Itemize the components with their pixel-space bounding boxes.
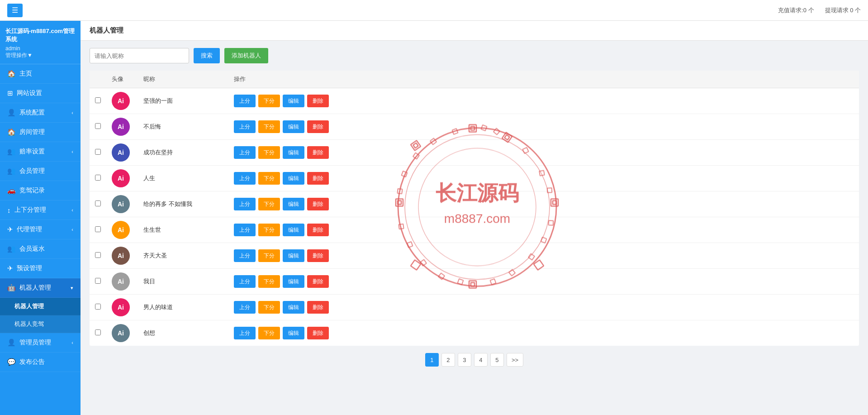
arrow-icon: ‹ [71, 110, 73, 115]
up-score-button[interactable]: 上分 [234, 224, 256, 236]
race-icon: 🚗 [7, 186, 16, 195]
delete-button[interactable]: 删除 [307, 327, 329, 339]
sidebar-item-rate-settings[interactable]: 👥 赔率设置 ‹ [0, 142, 81, 162]
down-score-button[interactable]: 下分 [258, 146, 280, 159]
up-score-button[interactable]: 上分 [234, 120, 256, 133]
up-score-button[interactable]: 上分 [234, 327, 256, 339]
manage-ops-link[interactable]: 管理操作▼ [5, 52, 75, 59]
page-btn-4[interactable]: 4 [474, 353, 488, 367]
row-checkbox[interactable] [95, 304, 101, 310]
menu-toggle-button[interactable]: ☰ [7, 4, 23, 17]
sidebar-item-home[interactable]: 🏠 主页 [0, 64, 81, 84]
delete-button[interactable]: 删除 [307, 95, 329, 107]
down-score-button[interactable]: 下分 [258, 172, 280, 185]
add-robot-button[interactable]: 添加机器人 [224, 48, 268, 63]
table-row: Ai齐天大圣上分下分编辑删除 [90, 243, 859, 269]
down-score-button[interactable]: 下分 [258, 249, 280, 262]
down-score-button[interactable]: 下分 [258, 301, 280, 314]
sidebar-sub-item-robot-race[interactable]: 机器人竞驾 [0, 315, 81, 333]
sidebar-item-label: 机器人管理 [19, 284, 51, 292]
home-icon: 🏠 [7, 70, 16, 78]
delete-button[interactable]: 删除 [307, 224, 329, 236]
page-btn-2[interactable]: 2 [441, 353, 455, 367]
sidebar-item-preset-manage[interactable]: ✈ 预设管理 [0, 259, 81, 278]
robot-name: 成功在坚持 [138, 140, 228, 166]
edit-button[interactable]: 编辑 [283, 172, 304, 185]
row-checkbox[interactable] [95, 278, 101, 284]
robot-name: 坚强的一面 [138, 88, 228, 114]
sidebar-item-label: 会员返水 [19, 245, 45, 253]
search-button[interactable]: 搜索 [194, 48, 220, 63]
up-score-button[interactable]: 上分 [234, 146, 256, 159]
agent-icon: ✈ [7, 225, 13, 234]
sidebar-item-system-config[interactable]: 👤 系统配置 ‹ [0, 103, 81, 123]
row-checkbox[interactable] [95, 200, 101, 206]
sidebar-item-race-records[interactable]: 🚗 竞驾记录 [0, 181, 81, 200]
delete-button[interactable]: 删除 [307, 275, 329, 288]
sidebar-item-room-manage[interactable]: 🏠 房间管理 [0, 123, 81, 142]
down-score-button[interactable]: 下分 [258, 224, 280, 236]
delete-button[interactable]: 删除 [307, 146, 329, 159]
sidebar-item-updown-manage[interactable]: ↕ 上下分管理 ‹ [0, 200, 81, 220]
up-score-button[interactable]: 上分 [234, 301, 256, 314]
sidebar-item-member-rebate[interactable]: 👥 会员返水 [0, 239, 81, 259]
withdraw-request[interactable]: 提现请求 0 个 [825, 6, 861, 14]
edit-button[interactable]: 编辑 [283, 224, 304, 236]
action-buttons: 上分下分编辑删除 [228, 295, 859, 320]
sidebar-item-member-manage[interactable]: 👥 会员管理 [0, 162, 81, 181]
row-checkbox[interactable] [95, 97, 101, 103]
edit-button[interactable]: 编辑 [283, 275, 304, 288]
page-btn-1[interactable]: 1 [425, 353, 439, 367]
down-score-button[interactable]: 下分 [258, 275, 280, 288]
delete-button[interactable]: 删除 [307, 120, 329, 133]
page-btn-next[interactable]: >> [507, 353, 523, 367]
sidebar-item-website-settings[interactable]: ⊞ 网站设置 [0, 84, 81, 103]
row-checkbox[interactable] [95, 329, 101, 335]
sidebar-item-agent-manage[interactable]: ✈ 代理管理 ‹ [0, 220, 81, 239]
edit-button[interactable]: 编辑 [283, 198, 304, 210]
down-score-button[interactable]: 下分 [258, 95, 280, 107]
sidebar-item-robot-manage[interactable]: 🤖 机器人管理 ▾ [0, 278, 81, 298]
row-checkbox[interactable] [95, 226, 101, 232]
recharge-request[interactable]: 充值请求:0 个 [778, 6, 814, 14]
notice-icon: 💬 [7, 358, 16, 366]
edit-button[interactable]: 编辑 [283, 120, 304, 133]
up-score-button[interactable]: 上分 [234, 249, 256, 262]
page-btn-3[interactable]: 3 [458, 353, 471, 367]
sidebar-item-publish-notice[interactable]: 💬 发布公告 [0, 353, 81, 372]
row-checkbox[interactable] [95, 175, 101, 181]
edit-button[interactable]: 编辑 [283, 249, 304, 262]
sidebar-item-label: 预设管理 [17, 264, 42, 272]
down-score-button[interactable]: 下分 [258, 198, 280, 210]
delete-button[interactable]: 删除 [307, 172, 329, 185]
arrow-icon: ‹ [71, 340, 73, 345]
down-score-button[interactable]: 下分 [258, 120, 280, 133]
sidebar-item-admin-manage[interactable]: 👤 管理员管理 ‹ [0, 333, 81, 353]
table-row: Ai成功在坚持上分下分编辑删除 [90, 140, 859, 166]
down-score-button[interactable]: 下分 [258, 327, 280, 339]
sidebar-item-label: 上下分管理 [14, 206, 46, 214]
edit-button[interactable]: 编辑 [283, 95, 304, 107]
edit-button[interactable]: 编辑 [283, 327, 304, 339]
delete-button[interactable]: 删除 [307, 301, 329, 314]
up-score-button[interactable]: 上分 [234, 275, 256, 288]
robot-name: 给的再多 不如懂我 [138, 191, 228, 217]
page-btn-5[interactable]: 5 [490, 353, 504, 367]
row-checkbox[interactable] [95, 149, 101, 155]
up-score-button[interactable]: 上分 [234, 95, 256, 107]
up-score-button[interactable]: 上分 [234, 198, 256, 210]
action-buttons: 上分下分编辑删除 [228, 191, 859, 217]
avatar-cell: Ai [106, 140, 138, 166]
edit-button[interactable]: 编辑 [283, 146, 304, 159]
sidebar-sub-item-robot-list[interactable]: 机器人管理 [0, 298, 81, 315]
row-checkbox[interactable] [95, 123, 101, 129]
delete-button[interactable]: 删除 [307, 198, 329, 210]
search-input[interactable] [90, 48, 189, 63]
delete-button[interactable]: 删除 [307, 249, 329, 262]
up-score-button[interactable]: 上分 [234, 172, 256, 185]
robot-name: 男人的味道 [138, 295, 228, 320]
avatar-cell: Ai [106, 269, 138, 295]
sidebar-item-label: 系统配置 [19, 109, 45, 117]
edit-button[interactable]: 编辑 [283, 301, 304, 314]
row-checkbox[interactable] [95, 252, 101, 258]
